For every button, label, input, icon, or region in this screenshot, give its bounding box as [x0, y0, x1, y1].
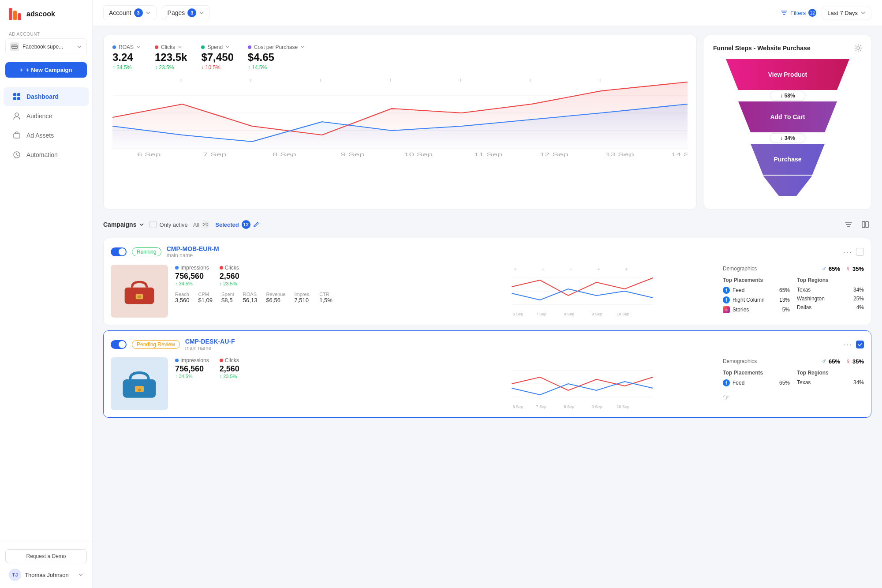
campaign-name: CMP-MOB-EUR-M: [167, 245, 219, 252]
content-area: ROAS 3.24 ↑ 34.5% Clicks 123.5k: [93, 26, 882, 588]
campaign-toggle[interactable]: [111, 247, 127, 256]
cpm-stat: CPM $1,09: [198, 292, 213, 303]
svg-text:8 Sep: 8 Sep: [564, 312, 575, 316]
clicks-value: 2,560: [220, 364, 239, 374]
roas-dot: [112, 45, 116, 49]
sidebar-item-automation[interactable]: Automation: [4, 146, 89, 164]
placement-pct: 5%: [782, 307, 790, 313]
roas-change: ↑ 34.5%: [112, 64, 141, 71]
sidebar-item-ad-assets[interactable]: Ad Assets: [4, 126, 89, 145]
clicks-label: Clicks: [161, 44, 175, 50]
sidebar-item-audience[interactable]: Audience: [4, 107, 89, 125]
svg-text:11 Sep: 11 Sep: [474, 152, 503, 157]
female-icon: ♀: [845, 357, 851, 365]
campaign-mini-chart: + + + + + 6 Sep 7 Sep 8 Sep: [449, 265, 716, 318]
placement-name: Right Column: [733, 297, 777, 303]
svg-text:6 Sep: 6 Sep: [513, 312, 523, 316]
spend-label: Spend: [207, 44, 223, 50]
svg-rect-6: [13, 97, 16, 100]
female-pct: 35%: [852, 358, 864, 365]
campaigns-section: Campaigns Only active All 20 Selected 12: [103, 218, 871, 418]
female-stat: ♀ 35%: [845, 357, 864, 365]
campaign-card-header: Running CMP-MOB-EUR-M main name ···: [111, 245, 864, 258]
svg-text:8 Sep: 8 Sep: [273, 152, 296, 157]
svg-rect-47: [138, 296, 141, 298]
placements-col: Top Placements f Feed 65% f Right Column: [723, 277, 790, 316]
region-pct: 25%: [853, 296, 864, 302]
sort-button[interactable]: [842, 218, 855, 231]
topbar: Account 3 Pages 3 Filters 12 Last 7 Days: [93, 0, 882, 26]
svg-text:+: +: [542, 267, 545, 272]
campaigns-label: Campaigns: [103, 221, 136, 228]
status-badge: Running: [132, 247, 161, 256]
region-name: Washington: [797, 296, 853, 302]
campaign-body: Impressions 756,560 ↑ 34.5% Clicks: [111, 357, 864, 410]
campaign-mini-chart: 6 Sep 7 Sep 8 Sep 9 Sep 10 Sep: [449, 357, 716, 410]
only-active-filter[interactable]: Only active: [149, 221, 187, 228]
svg-text:+: +: [178, 78, 184, 83]
user-name: Thomas Johnson: [25, 572, 75, 578]
regions-label: Top Regions: [797, 277, 864, 283]
account-selector[interactable]: Facebook supe...: [5, 38, 87, 55]
daterange-button[interactable]: Last 7 Days: [822, 7, 871, 19]
campaign-name-group: CMP-DESK-AU-F main name: [185, 338, 235, 351]
user-profile[interactable]: TJ Thomas Johnson: [5, 563, 87, 581]
automation-icon: [12, 150, 21, 159]
edit-icon[interactable]: [253, 221, 259, 228]
only-active-label: Only active: [159, 221, 187, 228]
spend-dot: [201, 45, 205, 49]
roas-stat: ROAS 56,13: [243, 292, 258, 303]
placements-label: Top Placements: [723, 277, 790, 283]
clicks-change: ↑ 23.5%: [220, 281, 239, 286]
spend-value: $7,450: [201, 51, 233, 64]
only-active-checkbox[interactable]: [149, 221, 157, 228]
tab-all-badge: 20: [201, 220, 210, 229]
topbar-left: Account 3 Pages 3: [103, 5, 775, 20]
placements-label: Top Placements: [723, 370, 790, 376]
svg-text:↓ 58%: ↓ 58%: [780, 93, 795, 99]
columns-button[interactable]: [859, 218, 871, 231]
svg-text:12 Sep: 12 Sep: [540, 152, 568, 157]
logo-text: adscook: [26, 10, 55, 18]
placement-pct: 65%: [779, 380, 790, 386]
stats-top: Impressions 756,560 ↑ 34.5% Clicks: [175, 357, 442, 379]
region-row: Texas 34%: [797, 287, 864, 293]
sidebar-item-dashboard[interactable]: Dashboard: [4, 87, 89, 106]
tab-all[interactable]: All 20: [193, 220, 210, 229]
campaign-name-group: CMP-MOB-EUR-M main name: [167, 245, 219, 258]
svg-text:+: +: [527, 78, 533, 83]
campaign-actions: ···: [843, 340, 864, 349]
svg-text:+: +: [570, 267, 572, 272]
filters-button[interactable]: Filters 12: [781, 9, 816, 17]
cpp-change: ↑ 14.5%: [248, 64, 305, 71]
tab-selected[interactable]: Selected 12: [215, 220, 259, 229]
gender-stats: ♂ 65% ♀ 35%: [822, 357, 864, 365]
metric-roas: ROAS 3.24 ↑ 34.5%: [112, 44, 141, 71]
pages-filter-label: Pages: [168, 9, 185, 16]
campaigns-header-right: [842, 218, 871, 231]
account-name: Facebook supe...: [22, 44, 73, 50]
logo-icon: [9, 8, 23, 20]
campaign-checkbox[interactable]: [856, 248, 864, 256]
campaign-checkbox[interactable]: [856, 341, 864, 348]
impressions-label: Impressions: [180, 357, 209, 363]
male-stat: ♂ 65%: [822, 265, 840, 273]
cpp-value: $4.65: [248, 51, 305, 64]
account-filter[interactable]: Account 3: [103, 5, 157, 20]
new-campaign-button[interactable]: + + New Campaign: [5, 62, 87, 78]
campaigns-dropdown[interactable]: Campaigns: [103, 221, 144, 228]
sidebar-item-label: Dashboard: [26, 93, 59, 100]
roas-label: ROAS: [119, 44, 134, 50]
cpp-label: Cost per Purchase: [254, 44, 298, 50]
gear-icon[interactable]: [854, 44, 862, 52]
clicks-change: ↑ 23.5%: [155, 64, 187, 71]
more-button[interactable]: ···: [843, 340, 852, 349]
svg-text:+: +: [597, 78, 603, 83]
new-campaign-label: + New Campaign: [26, 67, 72, 73]
request-demo-button[interactable]: Request a Demo: [5, 549, 87, 563]
more-button[interactable]: ···: [843, 247, 852, 257]
clicks-value: 123.5k: [155, 51, 187, 64]
campaign-toggle[interactable]: [111, 340, 127, 349]
pages-filter[interactable]: Pages 3: [162, 5, 210, 20]
campaign-card: Pending Review CMP-DESK-AU-F main name ·…: [103, 330, 871, 418]
